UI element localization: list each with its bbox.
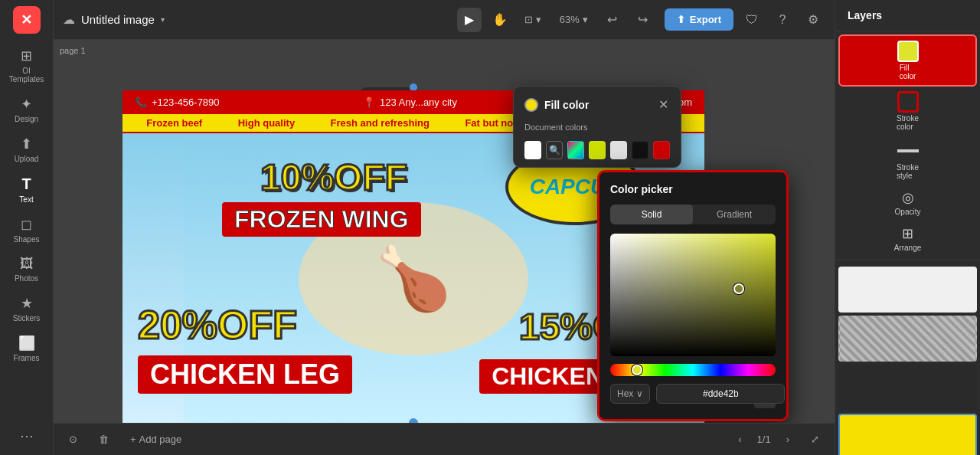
trash-icon: 🗑 bbox=[99, 434, 109, 445]
sidebar-item-photos[interactable]: 🖼 Photos bbox=[3, 251, 51, 287]
export-button[interactable]: ⬆ Export bbox=[665, 8, 733, 31]
color-picker-title: Color picker bbox=[610, 183, 776, 195]
zoom-value: 63% bbox=[560, 14, 580, 25]
strip-item-2: High quality bbox=[238, 117, 295, 129]
product2-text: CHICKEN LEG bbox=[138, 355, 352, 394]
swatch-red[interactable] bbox=[653, 141, 670, 159]
swatch-light-gray[interactable] bbox=[610, 141, 627, 159]
next-page-button[interactable]: › bbox=[780, 430, 795, 448]
fill-color-tool[interactable]: Fillcolor bbox=[838, 34, 977, 87]
color-picker-panel: Color picker Solid Gradient 🔍 bbox=[597, 170, 789, 421]
title-dropdown-arrow[interactable]: ▾ bbox=[161, 15, 165, 24]
fill-color-panel: Fill color ✕ Document colors 🔍 bbox=[513, 86, 681, 168]
gradient-cursor[interactable] bbox=[733, 283, 744, 294]
shapes-icon: ◻ bbox=[21, 216, 32, 233]
undo-icon: ↩ bbox=[607, 12, 617, 27]
layer-items bbox=[835, 260, 980, 455]
shield-button[interactable]: 🛡 bbox=[740, 8, 764, 32]
upload-icon: ⬆ bbox=[21, 136, 32, 152]
fill-color-preview bbox=[897, 41, 919, 62]
text-icon: T bbox=[21, 175, 31, 193]
opacity-tool[interactable]: ◎ Opacity bbox=[838, 185, 977, 221]
sidebar-item-templates[interactable]: ⊞ OI Templates bbox=[3, 43, 51, 88]
layers-title: Layers bbox=[848, 9, 882, 21]
phone-icon: 📞 bbox=[135, 97, 147, 108]
page-label: page 1 bbox=[60, 46, 86, 55]
sidebar-item-upload-label: Upload bbox=[15, 155, 39, 163]
bottom-bar: ⊙ 🗑 + Add page ‹ 1/1 › ⤢ bbox=[54, 423, 835, 455]
stroke-color-tool[interactable]: Strokecolor bbox=[838, 87, 977, 136]
zoom-arrow: ▾ bbox=[583, 14, 588, 25]
add-page-button[interactable]: + Add page bbox=[124, 430, 188, 448]
more-icon: ⋯ bbox=[20, 427, 34, 444]
top-bar: ☁ Untitled image ▾ ▶ ✋ ⊡ ▾ 63% ▾ ↩ ↪ bbox=[54, 0, 835, 40]
hue-cursor[interactable] bbox=[632, 365, 642, 375]
arrange-tool[interactable]: ⊞ Arrange bbox=[838, 221, 977, 257]
swatch-eyedropper[interactable]: 🔍 bbox=[546, 141, 563, 159]
photos-icon: 🖼 bbox=[20, 256, 34, 272]
add-page-label: Add page bbox=[139, 434, 182, 445]
settings-button[interactable]: ⚙ bbox=[801, 8, 825, 32]
layer-item-3[interactable] bbox=[838, 365, 977, 411]
phone-info: 📞 +123-456-7890 bbox=[135, 97, 220, 108]
layer-item-1[interactable] bbox=[838, 267, 977, 313]
swatch-black[interactable] bbox=[632, 141, 648, 159]
sidebar-more[interactable]: ⋯ bbox=[3, 423, 51, 449]
sidebar-item-design-label: Design bbox=[15, 115, 38, 123]
delete-page-button[interactable]: 🗑 bbox=[93, 430, 115, 448]
left-sidebar: ✕ ⊞ OI Templates ✦ Design ⬆ Upload T Tex… bbox=[0, 0, 54, 455]
strip-item-3: Fresh and refreshing bbox=[331, 117, 430, 129]
stickers-icon: ★ bbox=[21, 295, 33, 312]
off2-text: 20%OFF bbox=[138, 302, 297, 348]
help-button[interactable]: ? bbox=[770, 8, 795, 32]
color-picker-tabs: Solid Gradient bbox=[610, 205, 776, 224]
swatch-white[interactable] bbox=[524, 141, 541, 159]
sidebar-item-stickers[interactable]: ★ Stickers bbox=[3, 290, 51, 327]
stroke-style-tool[interactable]: Strokestyle bbox=[838, 136, 977, 185]
hex-label[interactable]: Hex ∨ bbox=[610, 384, 650, 404]
zoom-button[interactable]: 63% ▾ bbox=[554, 11, 594, 28]
sidebar-item-frames[interactable]: ⬜ Frames bbox=[3, 330, 51, 367]
tab-gradient[interactable]: Gradient bbox=[693, 205, 776, 224]
tab-solid[interactable]: Solid bbox=[610, 205, 693, 224]
fill-panel-close-button[interactable]: ✕ bbox=[657, 96, 670, 113]
layer-item-4[interactable] bbox=[838, 414, 977, 455]
sidebar-item-shapes-label: Shapes bbox=[14, 235, 40, 244]
arrange-icon: ⊞ bbox=[902, 225, 913, 242]
prev-page-button[interactable]: ‹ bbox=[732, 430, 747, 448]
sidebar-item-text[interactable]: T Text bbox=[3, 171, 51, 208]
export-label: Export bbox=[690, 14, 721, 25]
right-panel-header: Layers bbox=[835, 0, 980, 31]
swatch-multi[interactable] bbox=[567, 141, 584, 159]
sidebar-item-frames-label: Frames bbox=[14, 354, 40, 362]
swatch-yellow-green[interactable] bbox=[589, 141, 606, 159]
resize-handle-bottom[interactable] bbox=[409, 418, 418, 423]
layout-button[interactable]: ⊡ ▾ bbox=[518, 11, 547, 28]
top-bar-center: ▶ ✋ ⊡ ▾ 63% ▾ ↩ ↪ bbox=[457, 8, 655, 32]
copy-icon: ⊙ bbox=[69, 434, 77, 445]
sidebar-item-photos-label: Photos bbox=[15, 274, 38, 283]
app-logo[interactable]: ✕ bbox=[13, 6, 41, 34]
undo-button[interactable]: ↩ bbox=[600, 8, 625, 32]
frames-icon: ⬜ bbox=[18, 335, 35, 352]
stroke-style-preview bbox=[897, 149, 919, 152]
doc-colors-label: Document colors bbox=[514, 119, 681, 138]
document-title: Untitled image bbox=[81, 13, 155, 26]
hue-slider[interactable] bbox=[610, 364, 776, 376]
hex-value-input[interactable] bbox=[656, 384, 785, 404]
sidebar-item-design[interactable]: ✦ Design bbox=[3, 91, 51, 128]
templates-icon: ⊞ bbox=[21, 47, 32, 64]
cloud-icon: ☁ bbox=[63, 12, 75, 27]
copy-page-button[interactable]: ⊙ bbox=[63, 430, 83, 448]
expand-button[interactable]: ⤢ bbox=[805, 430, 825, 448]
color-gradient-picker[interactable] bbox=[610, 234, 776, 356]
layer-item-2[interactable] bbox=[838, 316, 977, 362]
sidebar-item-shapes[interactable]: ◻ Shapes bbox=[3, 211, 51, 248]
main-area: ☁ Untitled image ▾ ▶ ✋ ⊡ ▾ 63% ▾ ↩ ↪ bbox=[54, 0, 835, 455]
pointer-tool-button[interactable]: ▶ bbox=[457, 8, 482, 32]
off1-text: 10%OFF bbox=[260, 156, 407, 198]
sidebar-item-upload[interactable]: ⬆ Upload bbox=[3, 131, 51, 168]
redo-button[interactable]: ↪ bbox=[631, 8, 655, 32]
hand-tool-button[interactable]: ✋ bbox=[488, 8, 512, 32]
panel-tools: Fillcolor Strokecolor Strokestyle ◎ Opac… bbox=[835, 31, 980, 260]
